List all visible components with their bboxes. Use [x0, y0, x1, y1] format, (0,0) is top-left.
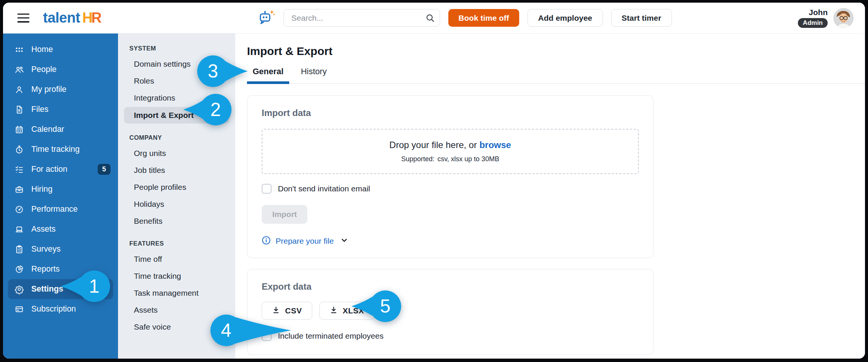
export-card-title: Export data: [262, 281, 639, 292]
sidebar-item-files[interactable]: Files: [3, 99, 118, 119]
sidebar-item-label: Subscription: [31, 304, 76, 314]
sidebar-item-label: Calendar: [31, 125, 64, 134]
export-csv-button[interactable]: CSV: [262, 302, 312, 320]
import-data-card: Import data Drop your file here, or brow…: [247, 95, 653, 258]
logo-text-r: R: [91, 10, 101, 26]
sidebar-item-people[interactable]: People: [3, 60, 118, 79]
logo-text-talent: talent: [43, 10, 80, 26]
subnav-item-time-off[interactable]: Time off: [118, 250, 235, 267]
sidebar-item-label: People: [31, 65, 57, 74]
include-terminated-checkbox[interactable]: [262, 331, 271, 341]
supported-value: csv, xlsx up to 30MB: [437, 155, 499, 163]
subnav-item-domain-settings[interactable]: Domain settings: [118, 55, 235, 72]
checklist-icon: [14, 165, 24, 174]
start-timer-button[interactable]: Start timer: [611, 9, 672, 27]
sidebar-item-for-action[interactable]: For action 5: [3, 159, 118, 179]
people-icon: [14, 65, 24, 75]
sidebar-item-settings[interactable]: Settings: [8, 279, 113, 299]
subnav-item-assets[interactable]: Assets: [118, 301, 235, 318]
credit-card-icon: [14, 304, 24, 314]
subnav-item-holidays[interactable]: Holidays: [118, 196, 235, 212]
sidebar-item-calendar[interactable]: Calendar: [3, 119, 118, 139]
tab-general[interactable]: General: [253, 67, 284, 83]
sidebar-item-surveys[interactable]: Surveys: [3, 239, 118, 259]
document-icon: [14, 105, 24, 115]
search-box: [284, 9, 440, 27]
assistant-bot-icon[interactable]: [258, 9, 275, 27]
download-icon: [272, 306, 280, 316]
prepare-your-file-link[interactable]: Prepare your file: [276, 237, 334, 246]
download-icon: [330, 306, 338, 316]
sidebar-item-my-profile[interactable]: My profile: [3, 79, 118, 99]
tab-history[interactable]: History: [301, 67, 327, 83]
supported-label: Supported:: [401, 155, 434, 163]
subnav-item-task-management[interactable]: Task management: [118, 284, 235, 301]
logo-text-h: H: [82, 10, 92, 26]
person-icon: [14, 85, 24, 95]
sidebar-item-assets[interactable]: Assets: [3, 219, 118, 239]
user-role-badge: Admin: [798, 18, 828, 28]
subnav-item-integrations[interactable]: Integrations: [118, 89, 235, 106]
subnav-section-system: SYSTEM: [129, 45, 235, 52]
user-meta: John Admin: [798, 8, 828, 28]
calendar-icon: [14, 125, 24, 134]
sidebar-item-label: Reports: [31, 264, 60, 274]
prepare-your-file-row[interactable]: Prepare your file: [262, 236, 639, 246]
subnav-item-benefits[interactable]: Benefits: [118, 212, 235, 229]
dropzone-text: Drop your file here, or browse: [390, 140, 511, 150]
subnav-item-roles[interactable]: Roles: [118, 72, 235, 89]
csv-label: CSV: [285, 306, 302, 315]
add-employee-button[interactable]: Add employee: [528, 9, 603, 27]
sidebar-item-subscription[interactable]: Subscription: [3, 299, 118, 319]
supported-formats: Supported: csv, xlsx up to 30MB: [401, 155, 499, 163]
invitation-checkbox-row: Don't send invitation email: [262, 184, 639, 194]
avatar[interactable]: [833, 8, 854, 28]
export-xlsx-button[interactable]: XLSX: [319, 302, 374, 320]
sidebar-item-performance[interactable]: Performance: [3, 199, 118, 219]
dont-send-invitation-checkbox[interactable]: [262, 184, 271, 194]
sidebar-item-label: Performance: [31, 205, 78, 214]
hamburger-menu-icon[interactable]: [17, 14, 29, 23]
include-terminated-label: Include terminated employees: [278, 331, 383, 341]
laptop-icon: [14, 225, 24, 234]
subnav-item-org-units[interactable]: Org units: [118, 145, 235, 162]
subnav-item-job-titles[interactable]: Job titles: [118, 162, 235, 179]
sidebar-item-label: Surveys: [31, 244, 61, 254]
sidebar-item-label: Home: [31, 45, 53, 54]
sidebar-item-label: Settings: [31, 284, 63, 294]
import-card-title: Import data: [262, 108, 639, 118]
main-panel: Import & Export General History Import d…: [235, 34, 865, 359]
tab-bar: General History: [247, 67, 865, 84]
search-icon[interactable]: [425, 13, 435, 24]
file-dropzone[interactable]: Drop your file here, or browse Supported…: [262, 129, 639, 174]
for-action-count-badge: 5: [98, 164, 110, 175]
export-data-card: Export data CSV XLSX: [247, 269, 653, 355]
topbar: talentHR: [3, 3, 865, 34]
export-buttons-row: CSV XLSX: [262, 302, 639, 320]
sidebar-item-label: For action: [31, 165, 67, 174]
clipboard-icon: [14, 244, 24, 254]
app-window: talentHR: [3, 3, 865, 359]
search-input[interactable]: [284, 9, 440, 27]
sidebar-item-reports[interactable]: Reports: [3, 259, 118, 279]
book-time-off-button[interactable]: Book time off: [448, 9, 519, 27]
import-button[interactable]: Import: [262, 205, 307, 224]
topbar-center-group: Book time off Add employee Start timer: [258, 9, 672, 27]
sidebar-item-home[interactable]: Home: [3, 40, 118, 60]
subnav-item-import-export[interactable]: Import & Export: [124, 107, 229, 124]
info-icon: [262, 236, 271, 246]
dont-send-invitation-label: Don't send invitation email: [278, 184, 370, 193]
sidebar-item-label: Assets: [31, 225, 56, 234]
terminated-checkbox-row: Include terminated employees: [262, 331, 639, 341]
gear-icon: [14, 284, 24, 294]
subnav-item-time-tracking[interactable]: Time tracking: [118, 267, 235, 284]
subnav-item-safe-voice[interactable]: Safe voice: [118, 318, 235, 335]
chevron-down-icon: [340, 236, 348, 246]
home-grid-icon: [14, 45, 24, 55]
sidebar-item-time-tracking[interactable]: Time tracking: [3, 139, 118, 159]
subnav-item-people-profiles[interactable]: People profiles: [118, 179, 235, 196]
browse-link[interactable]: browse: [479, 140, 511, 150]
sidebar-item-hiring[interactable]: Hiring: [3, 179, 118, 199]
user-block[interactable]: John Admin: [798, 8, 854, 28]
pie-chart-icon: [14, 264, 24, 274]
